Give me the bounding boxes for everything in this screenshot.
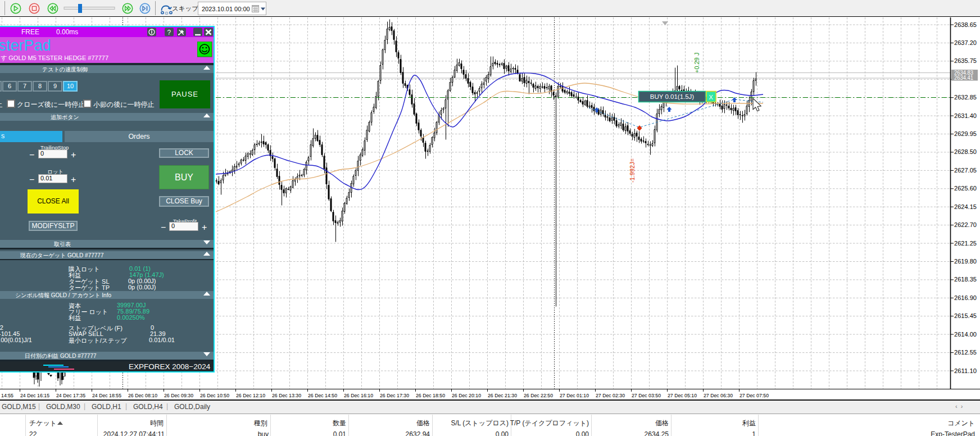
svg-text:2616.90: 2616.90 <box>954 295 977 301</box>
svg-text:?: ? <box>167 29 171 37</box>
svg-text:26 Dec 12:10: 26 Dec 12:10 <box>236 392 265 398</box>
svg-text:27 Dec 01:10: 27 Dec 01:10 <box>560 392 589 398</box>
svg-text:26 Dec 17:30: 26 Dec 17:30 <box>380 392 409 398</box>
svg-text:BUY 0.01(1.5J): BUY 0.01(1.5J) <box>650 93 695 100</box>
svg-text:2635.75: 2635.75 <box>954 58 977 64</box>
svg-text:-1.992J=: -1.992J= <box>629 158 636 183</box>
svg-text:26 Dec 16:10: 26 Dec 16:10 <box>344 392 373 398</box>
svg-text:26 Dec 18:50: 26 Dec 18:50 <box>416 392 445 398</box>
svg-text:2638.65: 2638.65 <box>954 22 977 28</box>
svg-text:26 Dec 20:10: 26 Dec 20:10 <box>452 392 481 398</box>
svg-text:14:55: 14:55 <box>1 392 13 398</box>
svg-text:2637.20: 2637.20 <box>954 40 977 46</box>
svg-text:26 Dec 08:10: 26 Dec 08:10 <box>128 392 157 398</box>
svg-text:26 Dec 14:50: 26 Dec 14:50 <box>308 392 337 398</box>
svg-text:2627.05: 2627.05 <box>954 167 977 174</box>
svg-text:X: X <box>709 94 714 101</box>
svg-text:2622.70: 2622.70 <box>954 222 977 228</box>
svg-text:2612.55: 2612.55 <box>954 349 977 356</box>
svg-text:2624.15: 2624.15 <box>954 204 977 210</box>
svg-text:27 Dec 03:50: 27 Dec 03:50 <box>632 392 661 398</box>
svg-text:2621.25: 2621.25 <box>954 240 977 247</box>
svg-text:2628.50: 2628.50 <box>954 149 977 155</box>
svg-text:2611.10: 2611.10 <box>954 368 977 374</box>
svg-text:2629.95: 2629.95 <box>954 131 977 137</box>
svg-text:26 Dec 13:30: 26 Dec 13:30 <box>272 392 301 398</box>
svg-text:2615.45: 2615.45 <box>954 313 977 319</box>
svg-text:27 Dec 06:30: 27 Dec 06:30 <box>704 392 733 398</box>
svg-text:27 Dec 05:10: 27 Dec 05:10 <box>668 392 697 398</box>
svg-text:+0.29 J: +0.29 J <box>693 53 700 73</box>
svg-text:2625.60: 2625.60 <box>954 185 977 192</box>
svg-text:26 Dec 22:50: 26 Dec 22:50 <box>524 392 553 398</box>
svg-text:2619.80: 2619.80 <box>954 258 977 265</box>
svg-text:2618.35: 2618.35 <box>954 276 977 283</box>
svg-text:2631.40: 2631.40 <box>954 113 977 119</box>
svg-text:2634.41: 2634.41 <box>954 75 973 81</box>
svg-text:24 Dec 16:15: 24 Dec 16:15 <box>20 392 49 398</box>
svg-text:26 Dec 10:50: 26 Dec 10:50 <box>200 392 229 398</box>
svg-text:24 Dec 18:55: 24 Dec 18:55 <box>92 392 121 398</box>
svg-text:26 Dec 09:30: 26 Dec 09:30 <box>164 392 193 398</box>
svg-text:27 Dec 02:30: 27 Dec 02:30 <box>596 392 625 398</box>
svg-text:2632.85: 2632.85 <box>954 94 977 101</box>
svg-text:27 Dec 07:50: 27 Dec 07:50 <box>739 392 769 398</box>
svg-text:26 Dec 21:30: 26 Dec 21:30 <box>488 392 517 398</box>
svg-text:24 Dec 17:35: 24 Dec 17:35 <box>56 392 85 398</box>
svg-text:2614.00: 2614.00 <box>954 331 977 338</box>
